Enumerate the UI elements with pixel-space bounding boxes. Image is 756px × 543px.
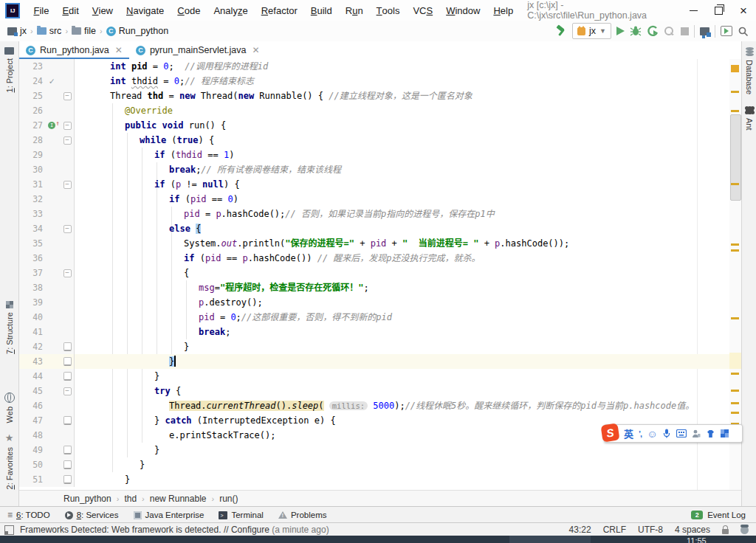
breadcrumb-jx[interactable]: jx [6,26,28,36]
line-number[interactable]: 51 [19,472,43,487]
inspection-indicator-icon[interactable] [731,65,739,72]
toolwindow--todo[interactable]: ≡6: TODO [0,507,58,523]
gutter[interactable]: 46 [19,398,75,413]
run-anything-icon[interactable] [721,26,732,36]
line-number[interactable]: 46 [19,398,43,413]
search-icon[interactable] [738,26,749,37]
menu-run[interactable]: Run [339,0,370,21]
fold-open-icon[interactable]: – [61,92,74,100]
gutter[interactable]: 40 [19,310,75,325]
menu-navigate[interactable]: Navigate [120,0,171,21]
coverage-icon[interactable] [647,25,659,37]
fold-open-icon[interactable]: – [61,122,74,130]
line-number[interactable]: 39 [19,295,43,310]
warning-stripe-mark[interactable] [731,390,739,392]
line-number[interactable]: 50 [19,457,43,472]
line-number[interactable]: 37 [19,266,43,280]
tool-button-structure[interactable]: 7: Structure [0,301,18,354]
breadcrumb-run-[interactable]: run() [219,494,238,504]
menu-refactor[interactable]: Refactor [255,0,304,21]
file-encoding[interactable]: UTF-8 [638,525,663,535]
override-method-icon[interactable]: I [43,122,61,129]
menu-window[interactable]: Window [439,0,487,21]
line-number[interactable]: 28 [19,133,43,148]
line-number[interactable]: 31 [19,177,43,192]
gutter[interactable]: 50 [19,457,75,472]
breadcrumb-new-Runnable[interactable]: new Runnable [150,494,207,504]
gutter[interactable]: 37– [19,266,75,280]
gutter[interactable]: 32 [19,192,75,207]
line-number[interactable]: 36 [19,251,43,266]
line-number[interactable]: 35 [19,236,43,251]
warning-stripe-mark[interactable] [731,183,739,185]
taskbar-button[interactable] [509,536,591,543]
menu-tools[interactable]: Tools [370,0,407,21]
warning-stripe-mark[interactable] [731,402,739,404]
breadcrumb-file[interactable]: file [70,26,97,36]
warning-stripe-mark[interactable] [731,412,739,414]
gutter[interactable]: 24✓ [19,74,75,89]
line-number[interactable]: 41 [19,325,43,339]
gutter[interactable]: 31– [19,177,75,192]
menu-edit[interactable]: Edit [55,0,85,21]
ime-emoji-icon[interactable]: ☺ [647,429,657,439]
line-number[interactable]: 43 [19,354,43,369]
toolwindow--services[interactable]: 8: Services [58,507,126,523]
gutter[interactable]: 26 [19,103,75,118]
gutter[interactable]: 29 [19,148,75,162]
fold-open-icon[interactable]: – [61,269,74,277]
gutter[interactable]: 45– [19,384,75,398]
fold-close-icon[interactable] [61,342,74,351]
ime-language-mode[interactable]: 英 [624,426,633,440]
fold-close-icon[interactable] [61,372,74,381]
gutter[interactable]: 44 [19,369,75,384]
breadcrumb-Run_python[interactable]: CRun_python [105,26,170,36]
fold-close-icon[interactable] [61,475,74,484]
gutter[interactable]: 38 [19,280,75,295]
warning-stripe-mark[interactable] [731,373,739,375]
toolwindow-problems[interactable]: Problems [271,507,334,523]
profiler-icon[interactable] [664,25,676,37]
restore-button[interactable] [706,0,731,21]
menu-build[interactable]: Build [304,0,339,21]
line-number[interactable]: 24 [19,74,43,89]
fold-close-icon[interactable] [61,357,74,366]
line-number[interactable]: 25 [19,89,43,103]
gutter[interactable]: 47 [19,413,75,428]
line-number[interactable]: 38 [19,280,43,295]
caret-position[interactable]: 43:22 [569,525,591,535]
status-message[interactable]: Frameworks Detected: Web framework is de… [20,525,329,535]
line-number[interactable]: 48 [19,428,43,443]
breadcrumb-thd[interactable]: thd [124,494,137,504]
line-number[interactable]: 45 [19,384,43,398]
gutter[interactable]: 33 [19,207,75,221]
line-number[interactable]: 30 [19,162,43,177]
gutter[interactable]: 35 [19,236,75,251]
indent-setting[interactable]: 4 spaces [675,525,710,535]
line-number[interactable]: 26 [19,103,43,118]
line-number[interactable]: 23 [19,59,43,74]
line-number[interactable]: 42 [19,339,43,354]
gutter[interactable]: 51 [19,472,75,487]
gutter[interactable]: 39 [19,295,75,310]
gutter[interactable]: 48 [19,428,75,443]
toolwindow-java-enterprise[interactable]: Java Enterprise [126,507,212,523]
tool-button-project[interactable]: 1: Project [0,47,18,92]
menu-code[interactable]: Code [171,0,207,21]
warning-stripe-mark[interactable] [731,249,739,252]
breadcrumb-Run_python[interactable]: Run_python [63,494,111,504]
toolwindow-terminal[interactable]: >Terminal [211,507,270,523]
tab-pyrun_mainServlet.java[interactable]: Cpyrun_mainServlet.java✕ [129,41,267,59]
tool-button-ant[interactable]: Ant [742,106,756,131]
ime-toolbox-icon[interactable] [721,429,729,437]
toolwindow-toggle-icon[interactable] [4,525,14,535]
gutter[interactable]: 27I– [19,118,75,133]
warning-stripe-mark[interactable] [731,110,739,112]
sogou-logo-icon[interactable]: S [601,423,620,442]
gutter[interactable]: 34– [19,221,75,236]
line-number[interactable]: 44 [19,369,43,384]
run-button[interactable] [616,27,625,35]
tool-button-favorites[interactable]: ★2: Favorites [0,432,18,489]
gutter[interactable]: 49 [19,443,75,457]
hector-inspections-icon[interactable] [740,526,749,534]
